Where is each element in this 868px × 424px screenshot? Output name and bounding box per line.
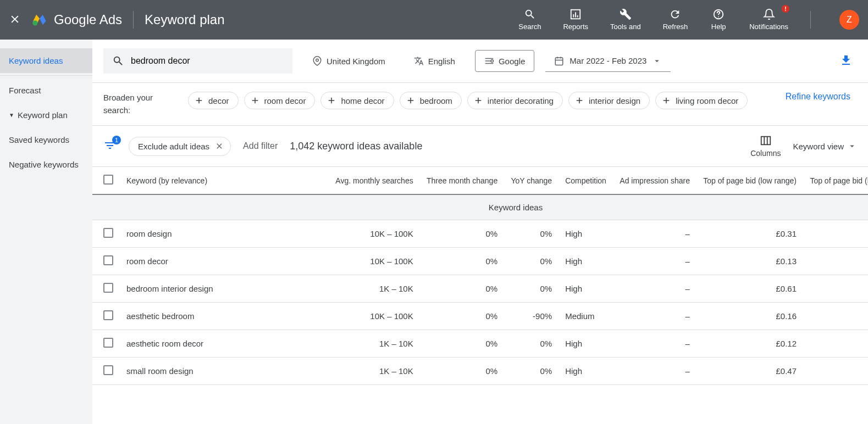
- cell-three-month: 0%: [420, 275, 505, 303]
- cell-three-month: 0%: [420, 358, 505, 385]
- broaden-pill[interactable]: bedroom: [400, 92, 462, 109]
- broaden-pill[interactable]: living room decor: [655, 92, 748, 109]
- table-row[interactable]: aesthetic bedroom10K – 100K0%-90%Medium–…: [92, 303, 868, 330]
- cell-impression: –: [613, 303, 696, 330]
- sidebar: Keyword ideas Forecast ▼Keyword plan Sav…: [0, 40, 92, 424]
- col-competition[interactable]: Competition: [559, 167, 613, 194]
- row-checkbox[interactable]: [103, 228, 113, 238]
- tool-reports[interactable]: Reports: [552, 4, 599, 36]
- keyword-search-box[interactable]: [103, 48, 292, 74]
- col-bid-high[interactable]: Top of page bid (high range): [803, 167, 868, 194]
- cell-impression: –: [613, 220, 696, 248]
- filter-button[interactable]: 1: [103, 139, 117, 154]
- cell-searches: 1K – 10K: [329, 275, 420, 303]
- location-chip[interactable]: United Kingdom: [303, 51, 394, 71]
- col-impression[interactable]: Ad impression share: [613, 167, 696, 194]
- svg-rect-13: [761, 137, 771, 145]
- add-filter-button[interactable]: Add filter: [243, 141, 278, 151]
- cell-keyword: aesthetic room decor: [120, 330, 329, 358]
- svg-point-7: [316, 59, 319, 62]
- row-checkbox[interactable]: [103, 283, 113, 293]
- table-row[interactable]: room design10K – 100K0%0%High–£0.31£1.18: [92, 220, 868, 248]
- cell-bid-high: £2.18: [803, 358, 868, 385]
- broaden-pill[interactable]: home decor: [320, 92, 394, 109]
- svg-point-0: [32, 20, 37, 25]
- svg-point-6: [718, 16, 719, 18]
- language-chip[interactable]: English: [405, 51, 464, 71]
- broaden-pill[interactable]: decor: [188, 92, 239, 109]
- cell-impression: –: [613, 330, 696, 358]
- table-row[interactable]: small room design1K – 10K0%0%High–£0.47£…: [92, 358, 868, 385]
- row-checkbox[interactable]: [103, 310, 113, 320]
- sidebar-item-keyword-ideas[interactable]: Keyword ideas: [0, 48, 92, 73]
- cell-bid-high: £1.83: [803, 303, 868, 330]
- tool-help[interactable]: Help: [699, 4, 738, 36]
- sidebar-item-forecast[interactable]: Forecast: [0, 78, 92, 103]
- broaden-pill[interactable]: interior decorating: [467, 92, 563, 109]
- keyword-view-dropdown[interactable]: Keyword view: [793, 141, 857, 151]
- cell-competition: High: [559, 220, 613, 248]
- plus-icon: [194, 96, 204, 105]
- tool-refresh[interactable]: Refresh: [652, 4, 699, 36]
- cell-searches: 10K – 100K: [329, 303, 420, 330]
- broaden-pill[interactable]: room decor: [244, 92, 316, 109]
- app-header: Google Ads Keyword plan Search Reports T…: [0, 0, 868, 40]
- cell-three-month: 0%: [420, 220, 505, 248]
- col-keyword[interactable]: Keyword (by relevance): [120, 167, 329, 194]
- sidebar-item-saved-keywords[interactable]: Saved keywords: [0, 127, 92, 152]
- cell-yoy: 0%: [504, 220, 559, 248]
- refine-keywords-link[interactable]: Refine keywords: [779, 92, 857, 102]
- plus-icon: [473, 96, 483, 105]
- keyword-ideas-table: Keyword (by relevance) Avg. monthly sear…: [92, 167, 868, 385]
- cell-searches: 1K – 10K: [329, 330, 420, 358]
- cell-searches: 10K – 100K: [329, 220, 420, 248]
- col-yoy[interactable]: YoY change: [504, 167, 559, 194]
- notification-badge: !: [782, 5, 789, 13]
- cell-three-month: 0%: [420, 303, 505, 330]
- broaden-pill[interactable]: interior design: [568, 92, 650, 109]
- tool-tools[interactable]: Tools and: [599, 4, 652, 36]
- row-checkbox[interactable]: [103, 338, 113, 348]
- select-all-checkbox[interactable]: [103, 175, 113, 185]
- chevron-down-icon: [652, 56, 662, 66]
- close-icon[interactable]: [9, 13, 21, 27]
- svg-rect-9: [556, 58, 563, 65]
- avatar[interactable]: Z: [839, 10, 859, 30]
- filter-bar: United Kingdom English Google Mar 2022 -…: [92, 40, 868, 83]
- cell-bid-low: £0.61: [696, 275, 803, 303]
- table-row[interactable]: room decor10K – 100K0%0%High–£0.13£0.29: [92, 248, 868, 275]
- ideas-count-label: 1,042 keyword ideas available: [290, 141, 422, 152]
- tool-search[interactable]: Search: [507, 4, 552, 36]
- filter-count-badge: 1: [112, 136, 121, 144]
- cell-bid-high: £0.29: [803, 248, 868, 275]
- table-row[interactable]: aesthetic room decor1K – 10K0%0%High–£0.…: [92, 330, 868, 358]
- network-icon: [484, 56, 494, 66]
- cell-impression: –: [613, 275, 696, 303]
- table-row[interactable]: bedroom interior design1K – 10K0%0%High–…: [92, 275, 868, 303]
- download-button[interactable]: [835, 49, 857, 73]
- cell-searches: 1K – 10K: [329, 358, 420, 385]
- row-checkbox[interactable]: [103, 365, 113, 375]
- cell-yoy: -90%: [504, 303, 559, 330]
- row-checkbox[interactable]: [103, 255, 113, 265]
- plus-icon: [406, 96, 416, 105]
- tool-notifications[interactable]: ! Notifications: [738, 4, 799, 36]
- network-chip[interactable]: Google: [475, 50, 534, 72]
- col-three-month[interactable]: Three month change: [420, 167, 505, 194]
- date-range-chip[interactable]: Mar 2022 - Feb 2023: [545, 51, 671, 72]
- columns-button[interactable]: Columns: [750, 135, 781, 158]
- col-bid-low[interactable]: Top of page bid (low range): [696, 167, 803, 194]
- col-searches[interactable]: Avg. monthly searches: [329, 167, 420, 194]
- close-icon[interactable]: [215, 142, 224, 150]
- keyword-search-input[interactable]: [131, 56, 284, 66]
- cell-yoy: 0%: [504, 330, 559, 358]
- broaden-search-row: Broaden your search: decorroom decorhome…: [92, 83, 868, 126]
- cell-bid-high: £2.99: [803, 275, 868, 303]
- cell-bid-low: £0.47: [696, 358, 803, 385]
- cell-impression: –: [613, 248, 696, 275]
- exclude-adult-pill[interactable]: Exclude adult ideas: [129, 137, 231, 156]
- cell-yoy: 0%: [504, 275, 559, 303]
- sidebar-item-keyword-plan[interactable]: ▼Keyword plan: [0, 103, 92, 127]
- cell-bid-low: £0.12: [696, 330, 803, 358]
- sidebar-item-negative-keywords[interactable]: Negative keywords: [0, 152, 92, 177]
